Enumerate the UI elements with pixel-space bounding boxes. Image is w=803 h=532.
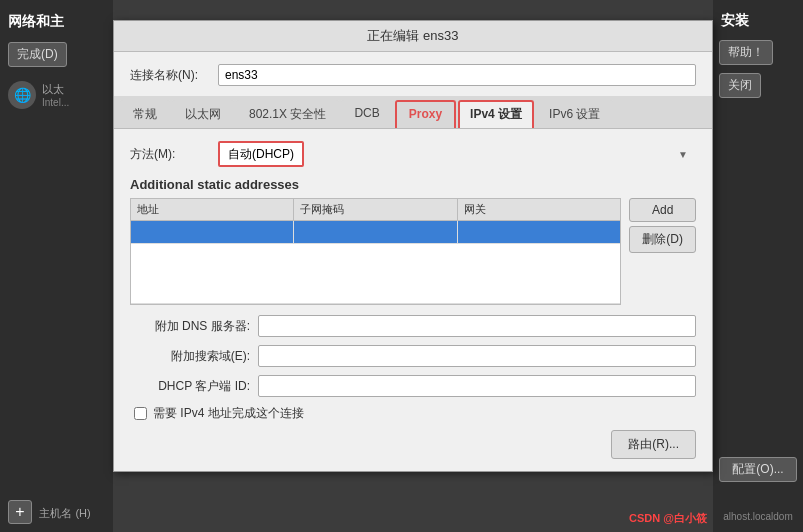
dhcp-label: DHCP 客户端 ID: [130,378,250,395]
help-button[interactable]: 帮助！ [719,40,773,65]
address-buttons: Add 删除(D) [629,198,696,305]
col-address: 地址 [131,199,294,220]
cell-subnet [294,221,457,243]
address-input[interactable] [135,224,274,236]
add-network-button[interactable]: + [8,500,32,524]
network-icon: 🌐 [8,81,36,109]
close-button[interactable]: 关闭 [719,73,761,98]
addresses-table: 地址 子网掩码 网关 [130,198,621,305]
dns-input[interactable] [258,315,696,337]
delete-address-button[interactable]: 删除(D) [629,226,696,253]
edit-dialog: 正在编辑 ens33 连接名称(N): 常规 以太网 802.1X 安全性 DC… [113,20,713,472]
conn-name-row: 连接名称(N): [130,64,696,86]
dialog-body: 方法(M): 自动(DHCP) 手动 仅本地链路 禁用 Additional s… [114,129,712,471]
add-address-button[interactable]: Add [629,198,696,222]
conn-name-label: 连接名称(N): [130,67,210,84]
config-button[interactable]: 配置(O)... [719,457,797,482]
sidebar-bottom: + 主机名 (H) [0,492,113,532]
dialog-tabs: 常规 以太网 802.1X 安全性 DCB Proxy IPv4 设置 IPv6… [114,96,712,129]
right-sidebar: 安装 帮助！ 关闭 配置(O)... alhost.localdom [713,0,803,532]
dialog-title: 正在编辑 ens33 [114,21,712,52]
watermark: CSDN @白小筱 [629,511,707,526]
table-header: 地址 子网掩码 网关 [131,199,620,221]
col-gateway: 网关 [458,199,620,220]
checkbox-row: 需要 IPv4 地址完成这个连接 [134,405,696,422]
section-title: Additional static addresses [130,177,696,192]
route-button[interactable]: 路由(R)... [611,430,696,459]
host-label: 主机名 (H) [39,507,90,519]
search-label: 附加搜索域(E): [130,348,250,365]
table-row[interactable] [131,221,620,244]
left-sidebar: 网络和主 完成(D) 🌐 以太 Intel... + 主机名 (H) [0,0,113,532]
col-subnet: 子网掩码 [294,199,457,220]
method-select[interactable]: 自动(DHCP) 手动 仅本地链路 禁用 [218,141,304,167]
right-sidebar-title: 安装 [713,0,803,36]
cell-address[interactable] [131,221,294,243]
done-button[interactable]: 完成(D) [8,42,67,67]
method-label: 方法(M): [130,146,210,163]
route-row: 路由(R)... [130,430,696,459]
conn-name-input[interactable] [218,64,696,86]
sidebar-item-name: 以太 [42,82,69,97]
tab-general[interactable]: 常规 [120,100,170,128]
sidebar-network-item[interactable]: 🌐 以太 Intel... [0,73,113,117]
sidebar-title: 网络和主 [0,0,113,36]
tab-ipv4[interactable]: IPv4 设置 [458,100,534,128]
method-select-wrapper: 自动(DHCP) 手动 仅本地链路 禁用 [218,141,696,167]
tab-ipv6[interactable]: IPv6 设置 [536,100,613,128]
dhcp-input[interactable] [258,375,696,397]
table-body [131,221,620,304]
require-ipv4-checkbox[interactable] [134,407,147,420]
dns-label: 附加 DNS 服务器: [130,318,250,335]
tab-proxy[interactable]: Proxy [395,100,456,128]
table-row-empty [131,244,620,304]
sidebar-item-sub: Intel... [42,97,69,108]
addresses-table-wrapper: 地址 子网掩码 网关 Add 删除(D) [130,198,696,305]
search-input[interactable] [258,345,696,367]
cell-gateway [458,221,620,243]
checkbox-label: 需要 IPv4 地址完成这个连接 [153,405,304,422]
dns-row: 附加 DNS 服务器: [130,315,696,337]
dhcp-row: DHCP 客户端 ID: [130,375,696,397]
tab-8021x[interactable]: 802.1X 安全性 [236,100,339,128]
method-row: 方法(M): 自动(DHCP) 手动 仅本地链路 禁用 [130,141,696,167]
tab-ethernet[interactable]: 以太网 [172,100,234,128]
search-row: 附加搜索域(E): [130,345,696,367]
right-bottom-text: alhost.localdom [713,511,803,522]
tab-dcb[interactable]: DCB [341,100,392,128]
